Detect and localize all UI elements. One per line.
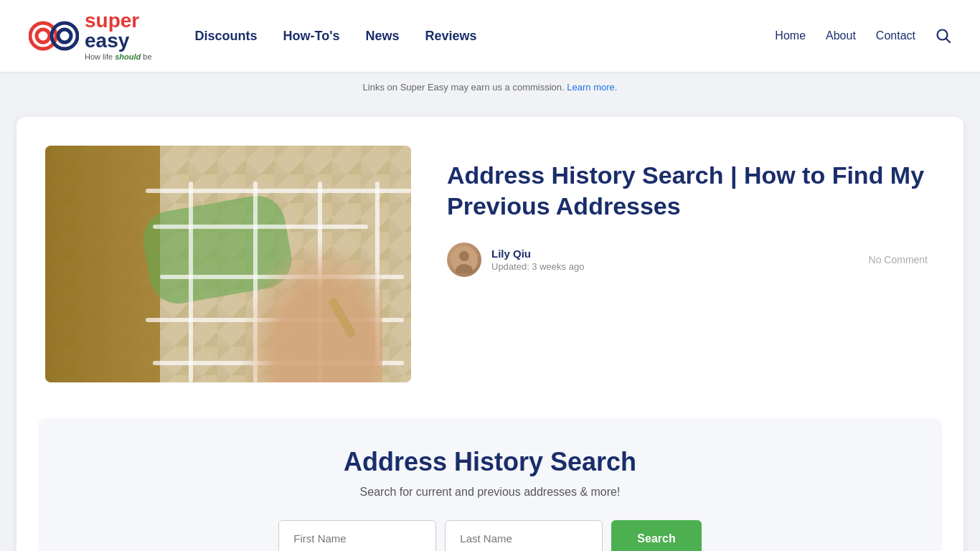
nav-item-news[interactable]: News [366,29,400,44]
logo-text: supereasy How life should be [85,11,152,61]
disclaimer-text: Links on Super Easy may earn us a commis… [363,82,565,93]
logo-icon [29,14,79,57]
author-name: Lily Qiu [491,248,859,260]
svg-point-3 [58,29,71,42]
author-row: Lily Qiu Updated: 3 weeks ago No Comment [447,242,928,277]
search-icon [936,28,951,44]
last-name-input[interactable] [445,520,603,551]
disclaimer-link[interactable]: Learn more. [567,82,617,93]
search-button[interactable]: Search [611,520,701,551]
main-content-card: Address History Search | How to Find My … [17,117,963,551]
widget-form: Search [60,520,920,551]
nav-home[interactable]: Home [775,29,806,42]
address-search-widget: Address History Search Search for curren… [38,418,942,551]
nav-item-howtos[interactable]: How-To's [283,29,340,44]
svg-line-5 [946,39,951,43]
nav-item-reviews[interactable]: Reviews [425,29,477,44]
nav-contact[interactable]: Contact [876,29,915,42]
comment-count: No Comment [869,254,928,265]
article-hero-image [45,146,411,382]
author-updated: Updated: 3 weeks ago [491,261,859,272]
site-header: supereasy How life should be Discounts H… [0,0,980,72]
article-hero: Address History Search | How to Find My … [17,117,963,411]
right-nav: Home About Contact [775,28,951,44]
svg-point-7 [459,251,469,261]
site-logo[interactable]: supereasy How life should be [29,11,152,61]
logo-brand-name: supereasy [85,11,152,51]
nav-item-discounts[interactable]: Discounts [195,29,258,44]
main-nav: Discounts How-To's News Reviews [195,29,776,44]
nav-about[interactable]: About [826,29,856,42]
logo-tagline: How life should be [85,52,152,61]
disclaimer-bar: Links on Super Easy may earn us a commis… [0,72,980,103]
first-name-input[interactable] [278,520,436,551]
article-title: Address History Search | How to Find My … [447,160,928,221]
widget-title: Address History Search [60,447,920,477]
author-avatar [447,242,481,277]
widget-subtitle: Search for current and previous addresse… [60,486,920,499]
svg-point-1 [37,29,50,42]
author-details: Lily Qiu Updated: 3 weeks ago [491,248,859,272]
article-info: Address History Search | How to Find My … [447,146,928,277]
search-icon-button[interactable] [936,28,951,44]
